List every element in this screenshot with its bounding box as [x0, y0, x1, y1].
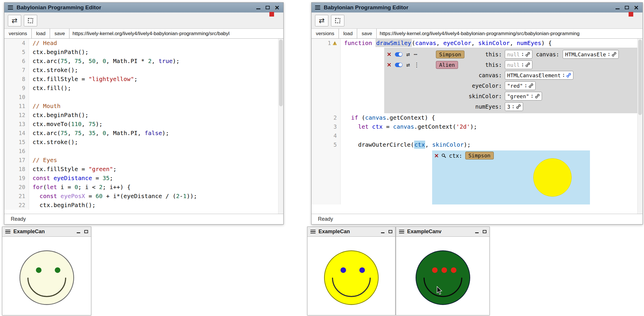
- code-text[interactable]: function drawSmiley(canvas, eyeColor, sk…: [341, 39, 643, 48]
- code-text[interactable]: [29, 147, 283, 156]
- code-line[interactable]: 9ctx.fill();: [4, 84, 283, 93]
- load-button[interactable]: load: [339, 29, 357, 38]
- vertical-scrollbar[interactable]: [637, 39, 643, 214]
- code-line[interactable]: 11// Mouth: [4, 102, 283, 111]
- code-text[interactable]: ctx.arc(75, 75, 50, 0, Math.PI * 2, true…: [29, 57, 283, 66]
- minimize-button[interactable]: [475, 232, 479, 233]
- window-menu-icon[interactable]: [399, 230, 404, 234]
- code-line[interactable]: 21 const eyePosX = 60 + i*(eyeDistance /…: [4, 192, 283, 201]
- magnifier-icon[interactable]: [441, 153, 446, 158]
- code-line[interactable]: 3 let ctx = canvas.getContext('2d');: [312, 122, 643, 131]
- code-text[interactable]: ctx.moveTo(110, 75);: [29, 120, 283, 129]
- probe-value-canvas[interactable]: HTMLCanvasEle ▴▾: [563, 50, 619, 59]
- save-button[interactable]: save: [50, 29, 69, 38]
- code-text[interactable]: drawOuterCircle(ctx, skinColor);: [341, 140, 643, 149]
- probe-options-icon[interactable]: ⋯: [414, 52, 417, 57]
- code-text[interactable]: ctx.fillStyle = "lightyellow";: [29, 75, 283, 84]
- titlebar[interactable]: Babylonian Programming Editor ×: [312, 3, 643, 12]
- probe-value-numeyes[interactable]: 3 ▴▾: [505, 102, 523, 111]
- swap-probes-button[interactable]: ⇄: [315, 15, 328, 26]
- code-editor[interactable]: 1function drawSmiley(canvas, eyeColor, s…: [312, 39, 643, 214]
- probe-value-this[interactable]: null ▴▾: [505, 60, 532, 69]
- code-text[interactable]: ctx.stroke();: [29, 138, 283, 147]
- chain-icon[interactable]: [612, 52, 616, 57]
- code-line[interactable]: 17// Eyes: [4, 156, 283, 165]
- chain-icon[interactable]: [525, 62, 530, 67]
- warning-icon[interactable]: [333, 41, 337, 45]
- code-text[interactable]: const eyePosX = 60 + i*(eyeDistance / (2…: [29, 192, 283, 201]
- probe-value-this[interactable]: null ▴▾: [505, 50, 532, 59]
- maximize-button[interactable]: [389, 230, 392, 233]
- titlebar[interactable]: ExampleCan: [307, 227, 395, 237]
- code-text[interactable]: const eyeDistance = 35;: [29, 174, 283, 183]
- code-text[interactable]: ctx.beginPath();: [29, 111, 283, 120]
- code-text[interactable]: ctx.fillStyle = "green";: [29, 165, 283, 174]
- code-line[interactable]: 4// Head: [4, 39, 283, 48]
- stepper-icon[interactable]: ▴▾: [563, 73, 564, 78]
- probe-swap-icon[interactable]: ⇄: [406, 61, 410, 68]
- load-button[interactable]: load: [32, 29, 50, 38]
- probe-toggle[interactable]: [395, 63, 403, 67]
- close-button[interactable]: ×: [634, 5, 638, 10]
- chain-icon-active[interactable]: [566, 73, 571, 78]
- code-line[interactable]: 20for(let i = 0; i < 2; i++) {: [4, 183, 283, 192]
- chain-icon[interactable]: [525, 52, 530, 57]
- probe-delete-icon[interactable]: [434, 154, 439, 158]
- maximize-button[interactable]: [625, 6, 629, 9]
- code-text[interactable]: if (canvas.getContext) {: [341, 113, 643, 122]
- code-line[interactable]: 15ctx.stroke();: [4, 138, 283, 147]
- titlebar[interactable]: ExampleCan: [2, 227, 91, 237]
- minimize-button[interactable]: [256, 8, 260, 9]
- canvas-probe-preview[interactable]: ctx: Simpson: [432, 150, 590, 204]
- scrollbar-thumb[interactable]: [279, 40, 283, 106]
- code-line[interactable]: 19const eyeDistance = 35;: [4, 174, 283, 183]
- code-text[interactable]: [341, 131, 643, 140]
- close-button[interactable]: ×: [275, 5, 279, 10]
- url-input[interactable]: [377, 29, 643, 38]
- stepper-icon[interactable]: ▴▾: [522, 62, 523, 67]
- code-text[interactable]: // Eyes: [29, 156, 283, 165]
- chain-icon[interactable]: [535, 94, 540, 98]
- code-line[interactable]: 13ctx.moveTo(110, 75);: [4, 120, 283, 129]
- code-text[interactable]: ctx.stroke();: [29, 66, 283, 75]
- probe-value-eyecolor[interactable]: "red" ▴▾: [505, 81, 536, 90]
- code-line[interactable]: 6ctx.arc(75, 75, 50, 0, Math.PI * 2, tru…: [4, 57, 283, 66]
- save-button[interactable]: save: [357, 29, 377, 38]
- versions-button[interactable]: versions: [4, 29, 32, 38]
- example-badge-alien[interactable]: Alien: [436, 61, 458, 69]
- example-badge-simpson[interactable]: Simpson: [465, 152, 494, 159]
- titlebar[interactable]: Babylonian Programming Editor ×: [4, 3, 283, 12]
- frame-selection-button[interactable]: [331, 15, 344, 26]
- code-line[interactable]: 5ctx.beginPath();: [4, 48, 283, 57]
- code-line[interactable]: 10: [4, 93, 283, 102]
- code-line[interactable]: 5 drawOuterCircle(ctx, skinColor);: [312, 140, 643, 149]
- code-line[interactable]: 2 if (canvas.getContext) {: [312, 113, 643, 122]
- code-text[interactable]: let ctx = canvas.getContext('2d');: [341, 122, 643, 131]
- code-line[interactable]: 8ctx.fillStyle = "lightyellow";: [4, 75, 283, 84]
- chain-icon[interactable]: [529, 83, 533, 88]
- maximize-button[interactable]: [266, 6, 270, 9]
- url-input[interactable]: [69, 29, 283, 38]
- window-menu-icon[interactable]: [310, 230, 316, 234]
- titlebar[interactable]: ExampleCanv: [396, 227, 489, 237]
- code-line[interactable]: 12ctx.beginPath();: [4, 111, 283, 120]
- probe-delete-icon[interactable]: [387, 63, 391, 67]
- example-badge-simpson[interactable]: Simpson: [436, 51, 464, 58]
- code-line[interactable]: 16: [4, 147, 283, 156]
- window-menu-icon[interactable]: [315, 6, 320, 10]
- vertical-scrollbar[interactable]: [278, 39, 283, 214]
- minimize-button[interactable]: [616, 8, 620, 9]
- code-text[interactable]: [29, 93, 283, 102]
- code-text[interactable]: // Mouth: [29, 102, 283, 111]
- stepper-icon[interactable]: ▴▾: [531, 94, 533, 98]
- window-menu-icon[interactable]: [5, 230, 10, 234]
- code-line[interactable]: 7ctx.stroke();: [4, 66, 283, 75]
- minimize-button[interactable]: [77, 232, 80, 233]
- code-line[interactable]: 14ctx.arc(75, 75, 35, 0, Math.PI, false)…: [4, 129, 283, 138]
- code-line[interactable]: 1function drawSmiley(canvas, eyeColor, s…: [312, 39, 643, 48]
- code-text[interactable]: ctx.beginPath();: [29, 201, 283, 210]
- maximize-button[interactable]: [483, 230, 486, 233]
- code-text[interactable]: ctx.fill();: [29, 84, 283, 93]
- stepper-icon[interactable]: ▴▾: [608, 52, 610, 57]
- swap-probes-button[interactable]: ⇄: [8, 15, 21, 26]
